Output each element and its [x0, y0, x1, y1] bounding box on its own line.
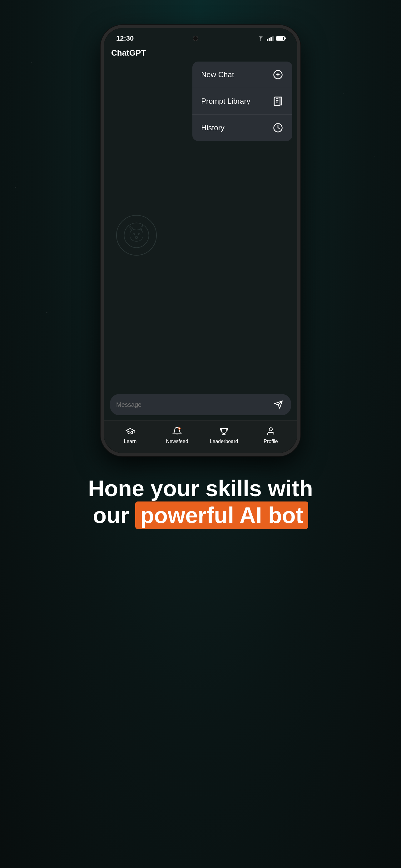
bell-icon	[171, 426, 183, 437]
message-area	[104, 390, 297, 420]
svg-rect-4	[274, 97, 280, 105]
learn-label: Learn	[124, 439, 137, 444]
status-icons	[257, 36, 285, 41]
headline-line2-plain: our	[93, 503, 135, 528]
bottom-nav: Learn Newsfeed	[104, 420, 297, 453]
user-icon	[265, 426, 276, 437]
prompt-library-item[interactable]: Prompt Library	[192, 88, 292, 115]
newsfeed-label: Newsfeed	[166, 439, 188, 444]
svg-point-6	[124, 223, 149, 247]
message-input-container	[110, 394, 291, 415]
headline: Hone your skills with our powerful AI bo…	[88, 475, 313, 529]
phone-screen: 12:30	[104, 28, 297, 453]
svg-point-0	[261, 40, 261, 41]
svg-point-9	[135, 237, 137, 238]
status-bar: 12:30	[104, 28, 297, 45]
message-input[interactable]	[116, 401, 272, 408]
nav-item-leaderboard[interactable]: Leaderboard	[208, 426, 239, 444]
clock-icon	[272, 122, 283, 133]
svg-point-11	[269, 428, 272, 431]
app-title: ChatGPT	[111, 48, 146, 58]
camera-notch	[193, 36, 198, 41]
headline-highlight: powerful AI bot	[135, 501, 308, 529]
plus-circle-icon	[272, 69, 283, 80]
signal-icon	[267, 36, 274, 41]
send-button[interactable]	[272, 398, 285, 411]
main-content: New Chat Prompt Library	[104, 62, 297, 453]
history-item[interactable]: History	[192, 115, 292, 141]
history-label: History	[201, 123, 225, 132]
phone-frame: 12:30	[101, 25, 300, 456]
book-icon	[272, 96, 283, 107]
wifi-icon	[257, 36, 264, 41]
battery-icon	[276, 36, 285, 41]
nav-item-profile[interactable]: Profile	[255, 426, 287, 444]
app-header: ChatGPT	[104, 45, 297, 62]
app-logo	[116, 215, 157, 256]
new-chat-item[interactable]: New Chat	[192, 62, 292, 88]
svg-point-7	[133, 234, 134, 235]
new-chat-label: New Chat	[201, 70, 234, 79]
nav-item-learn[interactable]: Learn	[114, 426, 146, 444]
headline-line1: Hone your skills with	[88, 476, 313, 501]
dropdown-menu: New Chat Prompt Library	[192, 62, 292, 141]
send-icon	[274, 400, 283, 409]
phone-container: 12:30	[101, 25, 300, 456]
bottom-text-section: Hone your skills with our powerful AI bo…	[63, 456, 338, 554]
profile-label: Profile	[264, 439, 278, 444]
nav-item-newsfeed[interactable]: Newsfeed	[162, 426, 193, 444]
leaderboard-label: Leaderboard	[210, 439, 238, 444]
prompt-library-label: Prompt Library	[201, 97, 250, 105]
trophy-icon	[218, 426, 230, 437]
status-time: 12:30	[116, 34, 134, 42]
svg-point-8	[138, 234, 140, 235]
graduation-cap-icon	[125, 426, 136, 437]
